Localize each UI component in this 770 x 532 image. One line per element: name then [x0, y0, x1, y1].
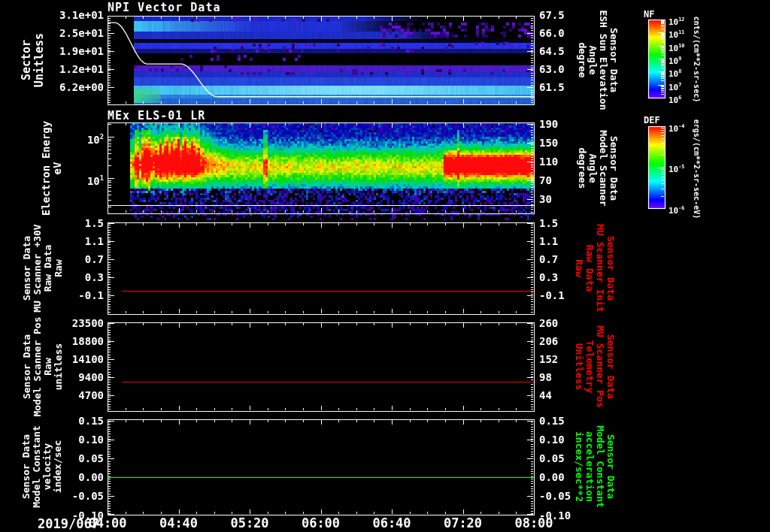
- def-colorbar-title: DEF: [644, 115, 660, 125]
- els-right-axis-label: Sensor Data Model Scanner Angle degrees: [577, 130, 619, 207]
- mu30v-left-axis-label: Sensor Data MU Scanner +30V Raw Data Raw: [22, 224, 64, 312]
- def-colorbar-units: ergs/(cm**2-sr-sec-eV): [693, 119, 701, 219]
- els-panel-title: MEx ELS-01 LR: [108, 109, 205, 122]
- mu30v-right-axis-label: Sensor Data MU Scanner Init Raw Data Raw: [574, 224, 616, 312]
- spectrogram-plot-canvas: [0, 0, 770, 532]
- npi-panel-title: NPI Vector Data: [108, 1, 220, 14]
- els-left-axis-label: Electron Energy eV: [41, 121, 63, 216]
- date-label: 2019/067: [14, 516, 99, 531]
- npi-right-axis-label: Sensor Data ESH Sun Elevation Angle degr…: [577, 10, 619, 110]
- velocity-left-axis-label: Sensor Data Model Constant velocity inde…: [21, 425, 63, 508]
- plot-screen: NPI Vector Data MEx ELS-01 LR 3.1e+012.5…: [0, 0, 770, 532]
- npi-left-axis-label: Sector Unitless: [20, 33, 46, 87]
- scanpos-left-axis-label: Sensor Data Model Scanner Pos Raw unitle…: [22, 316, 64, 416]
- scanpos-right-axis-label: Sensor Data MU Scanner Pos Telemetry Uni…: [574, 325, 616, 408]
- velocity-right-axis-label: Sensor Data Model Constant acceleration …: [574, 425, 616, 508]
- nf-colorbar-units: cnts/(cm**2-sr-sec): [693, 17, 701, 102]
- nf-colorbar-title: NF: [644, 9, 654, 20]
